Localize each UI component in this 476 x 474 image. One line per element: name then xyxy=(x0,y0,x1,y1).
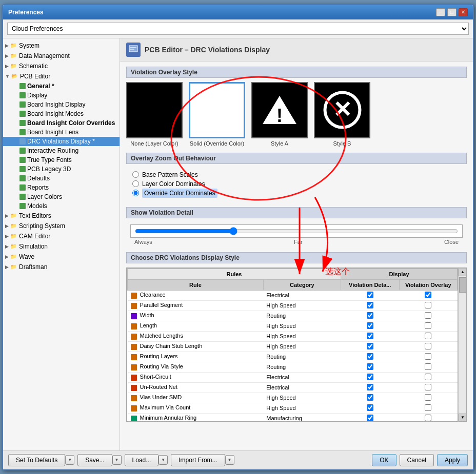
violation-overlay-checkbox[interactable] xyxy=(425,415,431,421)
radio-layer-color[interactable]: Layer Color Dominates xyxy=(132,180,461,188)
sidebar-item-defaults[interactable]: Defaults xyxy=(3,174,120,183)
violation-overlay-checkbox[interactable] xyxy=(425,384,431,390)
violation-overlay-col-header: Violation Overlay xyxy=(399,279,458,290)
item-icon xyxy=(19,203,26,209)
sidebar-item-pcb-legacy-3d[interactable]: PCB Legacy 3D xyxy=(3,164,120,174)
minimize-button[interactable]: ─ xyxy=(436,8,445,16)
set-defaults-button[interactable]: Set To Defaults xyxy=(8,454,65,466)
violation-overlay-checkbox[interactable] xyxy=(425,374,431,380)
load-arrow[interactable]: ▼ xyxy=(158,455,168,465)
style-solid[interactable]: Solid (Override Color) xyxy=(189,82,245,147)
sidebar-item-simulation[interactable]: ▶ 📁 Simulation xyxy=(3,241,120,252)
save-button[interactable]: Save... xyxy=(77,454,112,466)
sidebar-item-reports[interactable]: Reports xyxy=(3,183,120,192)
violation-overlay-checkbox[interactable] xyxy=(425,302,431,308)
violation-overlay-checkbox[interactable] xyxy=(425,292,431,298)
cancel-button[interactable]: Cancel xyxy=(400,454,434,466)
cloud-preferences-dropdown[interactable]: Cloud Preferences xyxy=(7,23,469,35)
sidebar-item-true-type-fonts[interactable]: True Type Fonts xyxy=(3,155,120,164)
violation-overlay-checkbox[interactable] xyxy=(425,322,431,329)
violation-detail-checkbox[interactable] xyxy=(367,322,373,329)
sidebar-item-interactive-routing[interactable]: Interactive Routing xyxy=(3,146,120,155)
radio-override-color[interactable]: Override Color Dominates xyxy=(132,190,461,197)
sidebar-item-wave[interactable]: ▶ 📁 Wave xyxy=(3,252,120,262)
violation-overlay-checkbox[interactable] xyxy=(425,312,431,319)
table-scrollbar[interactable]: ▲ ▼ xyxy=(458,268,466,422)
violation-detail-checkbox[interactable] xyxy=(367,312,373,319)
violation-detail-checkbox[interactable] xyxy=(367,333,373,339)
svg-text:✕: ✕ xyxy=(333,97,352,122)
maximize-button[interactable]: □ xyxy=(447,8,457,16)
scrollbar-thumb[interactable] xyxy=(459,277,466,293)
set-defaults-group: Set To Defaults ▼ xyxy=(8,454,74,466)
sidebar-item-cam-editor[interactable]: ▶ 📁 CAM Editor xyxy=(3,231,120,241)
sidebar-item-drc-violations[interactable]: DRC Violations Display * xyxy=(3,137,120,146)
drc-table: Rules Display Rule Category Violation De… xyxy=(127,269,458,422)
set-defaults-arrow[interactable]: ▼ xyxy=(65,455,74,465)
folder-icon: 📁 xyxy=(9,253,17,261)
close-button[interactable]: ✕ xyxy=(459,8,468,16)
sidebar-item-text-editors[interactable]: ▶ 📁 Text Editors xyxy=(3,211,120,221)
sidebar-item-draftsman[interactable]: ▶ 📁 Draftsman xyxy=(3,262,120,272)
violation-detail-checkbox[interactable] xyxy=(367,353,373,360)
sidebar-item-board-insight-lens[interactable]: Board Insight Lens xyxy=(3,128,120,137)
table-row: Vias Under SMD High Speed xyxy=(128,393,458,403)
sidebar-item-system[interactable]: ▶ 📁 System xyxy=(3,40,120,51)
save-arrow[interactable]: ▼ xyxy=(112,455,122,465)
violation-detail-checkbox[interactable] xyxy=(367,292,373,298)
table-row: Minimum Annular Ring Manufacturing xyxy=(128,413,458,422)
panel-icon xyxy=(126,43,141,57)
expand-icon: ▶ xyxy=(5,244,9,249)
table-row: Daisy Chain Stub Length High Speed xyxy=(128,341,458,352)
overlay-zoom-section-header: Overlay Zoom Out Behaviour xyxy=(126,153,467,164)
import-arrow[interactable]: ▼ xyxy=(225,455,234,465)
violation-detail-checkbox[interactable] xyxy=(367,384,373,390)
table-row: Short-Circuit Electrical xyxy=(128,372,458,382)
violation-overlay-checkbox[interactable] xyxy=(425,353,431,360)
violation-detail-col-header: Violation Deta... xyxy=(341,279,399,290)
sidebar-item-scripting-system[interactable]: ▶ 📁 Scripting System xyxy=(3,221,120,231)
violation-overlay-checkbox[interactable] xyxy=(425,404,431,411)
item-icon xyxy=(19,194,26,200)
sidebar-item-schematic[interactable]: ▶ 📁 Schematic xyxy=(3,61,120,71)
style-preview-none xyxy=(126,82,183,138)
violation-detail-checkbox[interactable] xyxy=(367,374,373,380)
violation-detail-checkbox[interactable] xyxy=(367,415,373,421)
violation-detail-checkbox[interactable] xyxy=(367,302,373,308)
sidebar-item-data-management[interactable]: ▶ 📁 Data Management xyxy=(3,51,120,61)
style-label-none: None (Layer Color) xyxy=(130,140,179,147)
ok-button[interactable]: OK xyxy=(372,454,396,466)
drc-table-container: Rules Display Rule Category Violation De… xyxy=(127,268,458,422)
violation-overlay-checkbox[interactable] xyxy=(425,363,431,370)
import-group: Import From... ▼ xyxy=(171,454,234,466)
violation-overlay-checkbox[interactable] xyxy=(425,333,431,339)
apply-button[interactable]: Apply xyxy=(437,454,468,466)
load-button[interactable]: Load... xyxy=(125,454,159,466)
violation-detail-checkbox[interactable] xyxy=(367,394,373,401)
import-button[interactable]: Import From... xyxy=(171,454,225,466)
violation-detail-slider[interactable] xyxy=(135,227,458,235)
violation-detail-checkbox[interactable] xyxy=(367,404,373,411)
sidebar-item-board-insight-display[interactable]: Board Insight Display xyxy=(3,100,120,109)
violation-detail-checkbox[interactable] xyxy=(367,343,373,349)
item-icon xyxy=(19,101,26,108)
scrollbar-down[interactable]: ▼ xyxy=(459,414,467,422)
sidebar-item-board-insight-modes[interactable]: Board Insight Modes xyxy=(3,109,120,118)
sidebar-item-general[interactable]: General * xyxy=(3,81,120,91)
sidebar-item-models[interactable]: Models xyxy=(3,201,120,211)
sidebar-item-pcb-editor[interactable]: ▼ 📂 PCB Editor xyxy=(3,71,120,81)
slider-section: Always Far Close xyxy=(126,222,467,247)
style-a[interactable]: ! Style A xyxy=(251,82,308,147)
sidebar-item-layer-colors[interactable]: Layer Colors xyxy=(3,192,120,201)
scrollbar-up[interactable]: ▲ xyxy=(459,268,467,276)
violation-detail-section-header: Show Violation Detail xyxy=(126,207,467,218)
radio-base-pattern[interactable]: Base Pattern Scales xyxy=(132,171,461,178)
sidebar-item-display[interactable]: Display xyxy=(3,91,120,100)
violation-detail-checkbox[interactable] xyxy=(367,363,373,370)
expand-icon: ▶ xyxy=(5,43,9,48)
style-none[interactable]: None (Layer Color) xyxy=(126,82,183,147)
violation-overlay-checkbox[interactable] xyxy=(425,394,431,401)
style-b[interactable]: ✕ Style B xyxy=(314,82,370,147)
violation-overlay-checkbox[interactable] xyxy=(425,343,431,349)
sidebar-item-board-insight-color[interactable]: Board Insight Color Overrides xyxy=(3,118,120,128)
